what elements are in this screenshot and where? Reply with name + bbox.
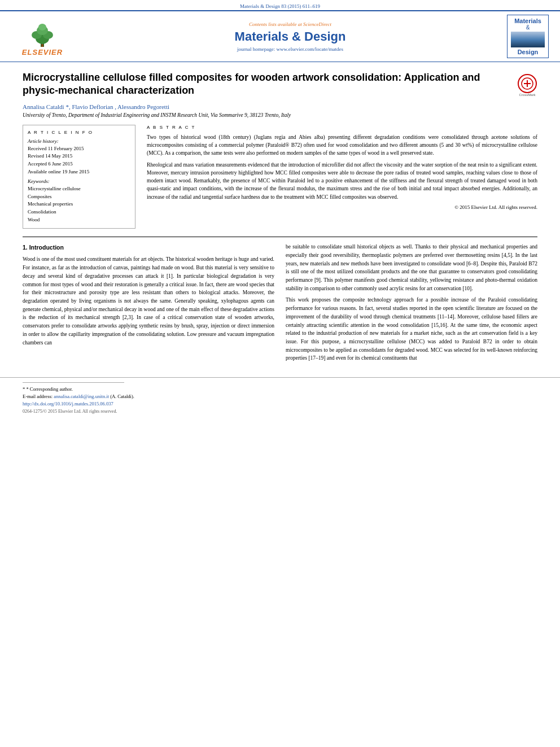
homepage-prefix: journal homepage: xyxy=(237,46,275,52)
corresponding-star: *, xyxy=(65,103,72,110)
main-content: Microcrystalline cellulose filled compos… xyxy=(0,62,560,377)
article-info-header: A R T I C L E I N F O xyxy=(28,130,130,135)
author-deflorian[interactable]: Flavio Deflorian xyxy=(72,103,113,110)
kw4: Consolidation xyxy=(28,208,130,216)
corresponding-text: * Corresponding author. xyxy=(26,386,72,392)
body-text-area: 1. Introduction Wood is one of the most … xyxy=(23,243,537,366)
journal-logo-box: Materials & Design xyxy=(507,15,549,58)
doi-link[interactable]: http://dx.doi.org/10.1016/j.matdes.2015.… xyxy=(23,401,113,407)
abstract-header: A B S T R A C T xyxy=(147,125,537,130)
author-cataldi[interactable]: Annalisa Cataldi xyxy=(23,103,64,110)
page: Materials & Design 83 (2015) 611–619 ELS… xyxy=(0,0,560,747)
received-date: Received 11 February 2015 xyxy=(28,145,130,152)
abstract-text: Two types of historical wood (18th centu… xyxy=(147,133,537,201)
svg-text:CrossMark: CrossMark xyxy=(519,93,536,97)
email-label: E-mail address: xyxy=(23,394,53,399)
kw1: Microcrystalline cellulose xyxy=(28,185,130,193)
citation-text: Materials & Design 83 (2015) 611–619 xyxy=(240,3,320,9)
copyright: © 2015 Elsevier Ltd. All rights reserved… xyxy=(147,204,537,210)
body-col-left: 1. Introduction Wood is one of the most … xyxy=(23,243,274,366)
authors-line: Annalisa Cataldi *, Flavio Deflorian , A… xyxy=(23,103,537,110)
article-title: Microcrystalline cellulose filled compos… xyxy=(23,71,511,98)
citation-bar: Materials & Design 83 (2015) 611–619 xyxy=(0,0,560,10)
footer: * * Corresponding author. E-mail address… xyxy=(0,377,560,418)
journal-title: Materials & Design xyxy=(79,29,501,44)
email-line: E-mail address: annalisa.cataldi@ing.uni… xyxy=(23,394,537,399)
keywords-label: Keywords: xyxy=(28,178,130,184)
journal-center-info: Contents lists available at ScienceDirec… xyxy=(79,21,501,52)
abstract-section: A B S T R A C T Two types of historical … xyxy=(147,125,537,229)
elsevier-tree-icon xyxy=(25,23,59,48)
article-info-box: A R T I C L E I N F O Article history: R… xyxy=(23,125,135,229)
md-logo-amper: & xyxy=(511,24,545,30)
available-date: Available online 19 June 2015 xyxy=(28,168,130,176)
intro-text-col2-p2: This work proposes the composite technol… xyxy=(286,296,537,362)
affiliation: University of Trento, Department of Indu… xyxy=(23,112,537,118)
email-suffix: (A. Cataldi). xyxy=(110,394,134,399)
contents-prefix: Contents lists available at xyxy=(249,21,302,27)
journal-header: ELSEVIER Contents lists available at Sci… xyxy=(0,10,560,62)
sciencedirect-line: Contents lists available at ScienceDirec… xyxy=(79,21,501,27)
abstract-para1: Two types of historical wood (18th centu… xyxy=(147,133,537,158)
info-abstract-area: A R T I C L E I N F O Article history: R… xyxy=(23,125,537,229)
elsevier-wordmark: ELSEVIER xyxy=(22,48,63,56)
svg-point-5 xyxy=(38,24,46,30)
corresponding-note: * * Corresponding author. xyxy=(23,386,537,392)
issn-line: 0264-1275/© 2015 Elsevier Ltd. All right… xyxy=(23,409,537,414)
doi-line: http://dx.doi.org/10.1016/j.matdes.2015.… xyxy=(23,401,537,407)
elsevier-logo-area: ELSEVIER xyxy=(11,17,73,56)
homepage: journal homepage: www.elsevier.com/locat… xyxy=(79,46,501,52)
svg-point-6 xyxy=(41,44,43,46)
keywords-section: Keywords: Microcrystalline cellulose Com… xyxy=(28,178,130,223)
revised-date: Revised 14 May 2015 xyxy=(28,152,130,160)
accepted-date: Accepted 6 June 2015 xyxy=(28,160,130,168)
md-logo-bottom: Design xyxy=(511,49,545,55)
email-address[interactable]: annalisa.cataldi@ing.unitn.it xyxy=(54,394,109,399)
intro-title: 1. Introduction xyxy=(23,243,274,252)
sciencedirect-link[interactable]: ScienceDirect xyxy=(303,21,331,27)
intro-text-col1: Wood is one of the most used constituent… xyxy=(23,255,274,347)
md-logo-top: Materials xyxy=(511,18,545,24)
article-info-column: A R T I C L E I N F O Article history: R… xyxy=(23,125,135,229)
history-label: Article history: xyxy=(28,138,130,144)
title-area: Microcrystalline cellulose filled compos… xyxy=(23,71,537,103)
abstract-para2: Rheological and mass variation measureme… xyxy=(147,161,537,201)
kw3: Mechanical properties xyxy=(28,200,130,208)
svg-rect-7 xyxy=(41,46,43,47)
intro-text-col2-p1: be suitable to consolidate small histori… xyxy=(286,243,537,292)
section-divider xyxy=(23,237,537,237)
crossmark-badge[interactable]: CrossMark xyxy=(517,73,537,94)
author-pegoretti[interactable]: Alessandro Pegoretti xyxy=(117,103,169,110)
kw2: Composites xyxy=(28,193,130,200)
footer-rule xyxy=(23,382,124,383)
body-col-right: be suitable to consolidate small histori… xyxy=(286,243,537,366)
homepage-url[interactable]: www.elsevier.com/locate/matdes xyxy=(277,46,343,52)
md-logo-image xyxy=(511,32,545,47)
kw5: Wood xyxy=(28,216,130,224)
